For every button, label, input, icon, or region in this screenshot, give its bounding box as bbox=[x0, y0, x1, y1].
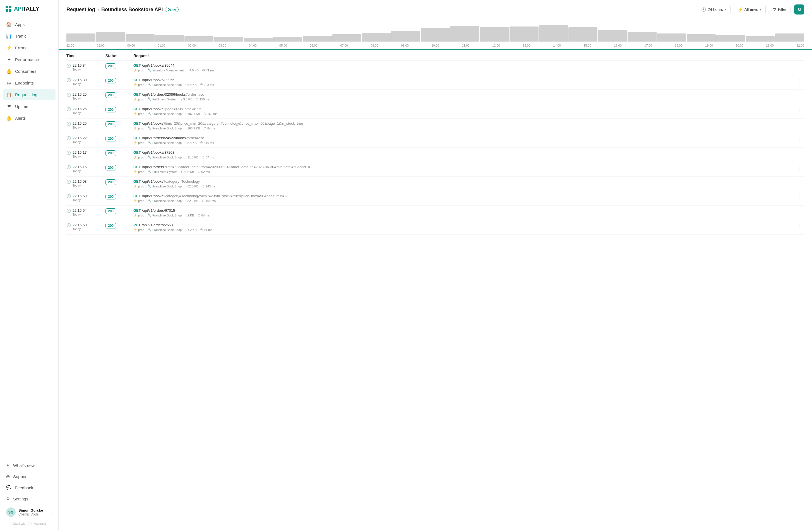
time-cell: 🕐 22:15:54 Today bbox=[67, 208, 105, 216]
size-value: 11.3 KB bbox=[188, 156, 199, 159]
sidebar-bottom: ✦ What's new ◎ Support 💬 Feedback ⚙ Sett… bbox=[0, 457, 58, 530]
table-row[interactable]: 🕐 22:16:22 Today 200 GET/api/v1/orders/2… bbox=[67, 133, 804, 148]
sidebar-item-uptime[interactable]: ❤ Uptime bbox=[3, 101, 56, 112]
more-button-11[interactable]: ⋮ bbox=[796, 223, 802, 229]
traffic-icon: 📊 bbox=[6, 33, 12, 39]
duration-meta: ⏱ 169 ms bbox=[203, 112, 217, 116]
time-label: 15:00 bbox=[583, 44, 591, 47]
refresh-icon: ↻ bbox=[797, 7, 801, 12]
more-button-8[interactable]: ⋮ bbox=[796, 179, 802, 186]
sidebar-item-feedback[interactable]: 💬 Feedback bbox=[3, 482, 56, 493]
env-icon: ⚡ bbox=[133, 185, 137, 188]
duration-icon: ⏱ bbox=[202, 69, 205, 72]
sidebar-item-support[interactable]: ◎ Support bbox=[3, 471, 56, 482]
sidebar-item-apps[interactable]: 🏠 Apps bbox=[3, 19, 56, 30]
more-button-5[interactable]: ⋮ bbox=[796, 136, 802, 142]
sidebar-item-whats-new[interactable]: ✦ What's new bbox=[3, 460, 56, 471]
request-path: /api/v1/orders/2558 bbox=[142, 223, 173, 227]
duration-value: 84 ms bbox=[207, 127, 216, 130]
duration-icon: ⏱ bbox=[202, 156, 205, 159]
table-row[interactable]: 🕐 22:15:54 Today 200 GET/api/v1/orders/6… bbox=[67, 206, 804, 220]
consumer-meta: 🔧 Franchise Book Shop bbox=[148, 228, 182, 232]
filter-button[interactable]: ▽ Filter bbox=[769, 5, 791, 14]
table-row[interactable]: 🕐 22:16:34 Today 200 GET/api/v1/books/36… bbox=[67, 60, 804, 75]
time-range-button[interactable]: 🕐 24 hours ▾ bbox=[697, 5, 730, 14]
endpoints-icon: ◎ bbox=[6, 80, 12, 86]
size-value: 163.9 KB bbox=[188, 127, 200, 130]
request-path: /api/v1/orders bbox=[142, 165, 164, 169]
duration-meta: ⏱ 71 ms bbox=[202, 69, 214, 72]
more-button-2[interactable]: ⋮ bbox=[796, 92, 802, 99]
request-line: GET/api/v1/books?category=Technology&lim… bbox=[133, 194, 794, 198]
sidebar: APITALLY 🏠 Apps 📊 Traffic ⚡ Errors ✦ Per… bbox=[0, 0, 59, 530]
size-icon: ↑ bbox=[187, 69, 189, 72]
more-button-3[interactable]: ⋮ bbox=[796, 107, 802, 113]
status-badge: 200 bbox=[105, 121, 116, 127]
user-section[interactable]: SG Simon Gurcke Cosmic Code › bbox=[3, 505, 56, 520]
more-button-1[interactable]: ⋮ bbox=[796, 78, 802, 84]
chart-bar bbox=[155, 35, 184, 42]
status-badge: 200 bbox=[105, 223, 116, 229]
more-button-9[interactable]: ⋮ bbox=[796, 194, 802, 200]
sidebar-item-request-log[interactable]: 📋 Request log bbox=[3, 89, 56, 100]
env-meta: ⚡ prod bbox=[133, 156, 144, 159]
avatar: SG bbox=[6, 507, 16, 517]
sidebar-item-alerts[interactable]: 🔔 Alerts bbox=[3, 113, 56, 123]
sidebar-item-errors[interactable]: ⚡ Errors bbox=[3, 42, 56, 53]
sidebar-item-settings[interactable]: ⚙ Settings bbox=[3, 494, 56, 504]
sidebar-item-endpoints[interactable]: ◎ Endpoints bbox=[3, 77, 56, 88]
consumer-icon: 🔧 bbox=[148, 185, 151, 188]
request-date: Today bbox=[73, 111, 87, 115]
status-cell: 200 bbox=[105, 92, 133, 98]
time-label: 05:00 bbox=[279, 44, 287, 47]
table-row[interactable]: 🕐 22:16:25 Today 200 GET/api/v1/books?li… bbox=[67, 119, 804, 133]
table-row[interactable]: 🕐 22:15:50 Today 200 PUT/api/v1/orders/2… bbox=[67, 220, 804, 235]
status-badge: 200 bbox=[105, 150, 116, 156]
duration-icon: ⏱ bbox=[202, 199, 205, 203]
table-row[interactable]: 🕐 22:16:25 Today 200 GET/api/v1/orders/3… bbox=[67, 90, 804, 104]
env-filter-button[interactable]: ⚡ All envs ▾ bbox=[734, 5, 766, 14]
clock-icon: 🕐 bbox=[67, 223, 71, 227]
request-params: ?limit=50&order_date_from=2023-06-01&ord… bbox=[164, 165, 314, 169]
clock-icon: 🕐 bbox=[67, 93, 71, 97]
request-time: 22:15:50 bbox=[73, 223, 87, 227]
table-rows: 🕐 22:16:34 Today 200 GET/api/v1/books/36… bbox=[67, 60, 804, 235]
sidebar-item-errors-label: Errors bbox=[15, 45, 27, 50]
request-meta: ⚡ prod 🔧 Franchise Book Shop ↑ 8.4 KB ⏱ … bbox=[133, 141, 794, 145]
sidebar-item-consumers[interactable]: 🔔 Consumers bbox=[3, 65, 56, 77]
consumer-meta: 🔧 Franchise Book Shop bbox=[148, 214, 182, 217]
duration-meta: ⏱ 91 ms bbox=[200, 228, 212, 232]
env-meta: ⚡ prod bbox=[133, 141, 144, 145]
consumers-icon: 🔔 bbox=[6, 68, 12, 74]
table-row[interactable]: 🕐 22:15:59 Today 200 GET/api/v1/books?ca… bbox=[67, 191, 804, 206]
request-cell: GET/api/v1/books/39965 ⚡ prod 🔧 Franchis… bbox=[133, 78, 796, 87]
env-value: prod bbox=[138, 156, 144, 159]
env-icon: ⚡ bbox=[133, 156, 137, 159]
more-button-6[interactable]: ⋮ bbox=[796, 150, 802, 157]
table-row[interactable]: 🕐 22:16:25 Today 200 GET/api/v1/books?pa… bbox=[67, 104, 804, 119]
sidebar-item-traffic[interactable]: 📊 Traffic bbox=[3, 30, 56, 42]
consumer-value: Inventory Management bbox=[153, 69, 184, 72]
time-label: 11:00 bbox=[462, 44, 469, 47]
consumer-value: Franchise Book Shop bbox=[153, 112, 182, 116]
table-row[interactable]: 🕐 22:16:15 Today 200 GET/api/v1/orders?l… bbox=[67, 162, 804, 177]
table-row[interactable]: 🕐 22:16:08 Today 200 GET/api/v1/books?ca… bbox=[67, 177, 804, 191]
request-line: PUT/api/v1/orders/2558 bbox=[133, 223, 794, 227]
chart-bar bbox=[96, 32, 125, 42]
table-row[interactable]: 🕐 22:16:30 Today 200 GET/api/v1/books/39… bbox=[67, 75, 804, 90]
more-button-4[interactable]: ⋮ bbox=[796, 121, 802, 128]
clock-icon: 🕐 bbox=[67, 122, 71, 126]
sidebar-item-performance[interactable]: ✦ Performance bbox=[3, 54, 56, 65]
duration-meta: ⏱ 143 ms bbox=[202, 185, 216, 188]
env-meta: ⚡ prod bbox=[133, 97, 144, 101]
table-row[interactable]: 🕐 22:16:17 Today 200 GET/api/v1/books/37… bbox=[67, 148, 804, 162]
refresh-button[interactable]: ↻ bbox=[794, 4, 804, 15]
more-button-7[interactable]: ⋮ bbox=[796, 165, 802, 171]
status-cell: 200 bbox=[105, 107, 133, 113]
request-line: GET/api/v1/orders/24522/books?order=asc bbox=[133, 136, 794, 140]
duration-icon: ⏱ bbox=[198, 170, 201, 174]
more-button-10[interactable]: ⋮ bbox=[796, 208, 802, 215]
duration-value: 108 ms bbox=[204, 83, 214, 87]
duration-icon: ⏱ bbox=[198, 214, 201, 217]
more-button-0[interactable]: ⋮ bbox=[796, 63, 802, 70]
